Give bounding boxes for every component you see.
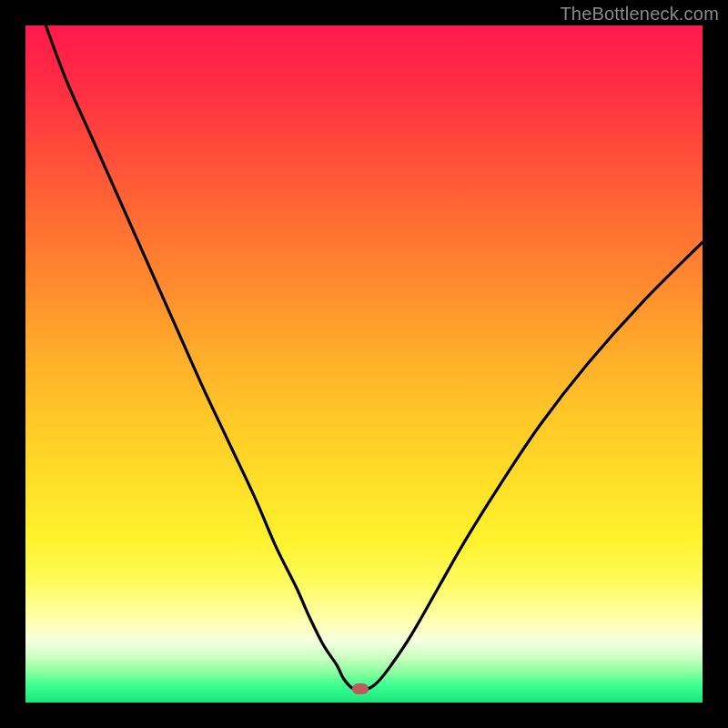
- plot-area: [25, 25, 703, 703]
- chart-frame: TheBottleneck.com: [0, 0, 728, 728]
- watermark-text: TheBottleneck.com: [560, 4, 719, 25]
- bottleneck-curve: [25, 25, 703, 703]
- optimal-marker: [352, 683, 369, 694]
